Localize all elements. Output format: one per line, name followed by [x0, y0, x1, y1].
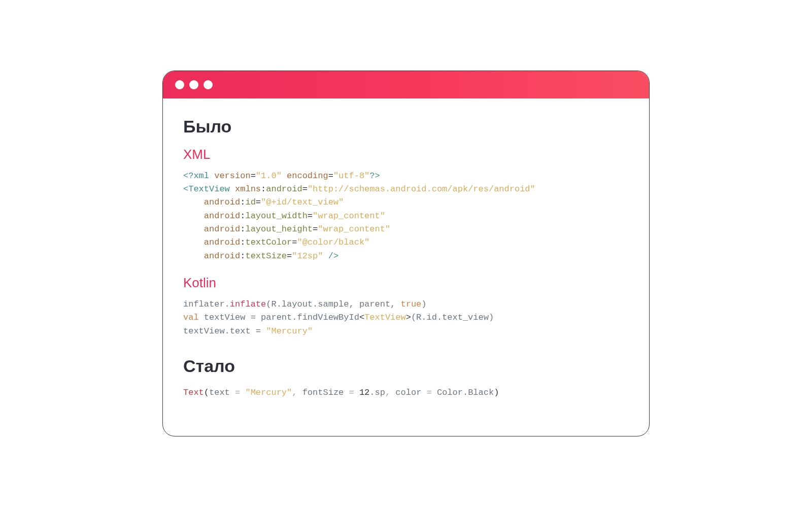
kt-ident: textView = parent.findViewById — [199, 313, 359, 322]
sep — [282, 171, 287, 181]
xml-attr-name: encoding — [287, 171, 328, 181]
eq: = — [251, 171, 256, 181]
xml-ns-suffix: android — [266, 184, 302, 194]
gt: > — [406, 313, 411, 322]
xml-close: /> — [323, 251, 339, 261]
xml-attr-val: "wrap_content" — [318, 224, 390, 234]
indent — [183, 224, 204, 234]
compose-type: Color — [437, 388, 463, 397]
paren: ( — [204, 388, 209, 397]
content: Было XML <?xml version="1.0" encoding="u… — [163, 98, 649, 436]
window-control-dot[interactable] — [175, 80, 184, 89]
kt-ident: inflater. — [183, 299, 230, 309]
xml-attr-name: id — [245, 197, 255, 207]
subheading-kotlin: Kotlin — [183, 275, 629, 291]
kt-keyword: val — [183, 313, 199, 322]
eq: = — [313, 224, 318, 234]
xml-attr-name: layout_height — [245, 224, 313, 234]
eq: = — [421, 388, 437, 397]
colon: : — [240, 224, 245, 234]
window-control-dot[interactable] — [204, 80, 213, 89]
kt-ident: textView.text = — [183, 326, 266, 336]
indent — [183, 197, 204, 207]
xml-attr-val: "1.0" — [256, 171, 282, 181]
xml-decl-close: ?> — [369, 171, 380, 181]
compose-param-name: text — [209, 388, 230, 397]
paren: ) — [494, 388, 499, 397]
xml-attr-val: "@color/black" — [297, 238, 369, 247]
colon: : — [261, 184, 266, 194]
code-kotlin: inflater.inflate(R.layout.sample, parent… — [183, 298, 629, 338]
colon: : — [240, 211, 245, 221]
xml-decl-open: <? — [183, 171, 193, 181]
code-compose: Text(text = "Mercury", fontSize = 12.sp,… — [183, 386, 629, 399]
kt-string: "Mercury" — [266, 326, 313, 336]
compose-fn: Text — [183, 388, 204, 397]
kt-type: TextView — [364, 313, 406, 322]
eq: = — [287, 251, 292, 261]
kt-args: (R.layout.sample, parent, — [266, 299, 400, 309]
compose-param-name: color — [395, 388, 421, 397]
xml-attr-name: textSize — [245, 251, 287, 261]
eq: = — [256, 197, 261, 207]
xml-attr-val: "wrap_content" — [313, 211, 385, 221]
xml-attr-val: "12sp" — [292, 251, 323, 261]
window-control-dot[interactable] — [189, 80, 198, 89]
eq: = — [230, 388, 246, 397]
eq: = — [344, 388, 359, 397]
colon: : — [240, 197, 245, 207]
xml-attr-prefix: android — [204, 238, 240, 247]
xml-attr-val: "utf-8" — [333, 171, 369, 181]
xml-attr-prefix: android — [204, 251, 240, 261]
eq: = — [302, 184, 308, 194]
compose-string: "Mercury" — [245, 388, 292, 397]
eq: = — [328, 171, 333, 181]
compose-param-name: fontSize — [302, 388, 344, 397]
paren: ) — [421, 299, 426, 309]
heading-before: Было — [183, 117, 629, 137]
kt-method: inflate — [230, 299, 266, 309]
colon: : — [240, 238, 245, 247]
compose-accessor: .Black — [463, 388, 494, 397]
xml-lt: < — [183, 184, 188, 194]
sep — [230, 184, 235, 194]
xml-attr-prefix: android — [204, 197, 240, 207]
kt-args: (R.id.text_view) — [411, 313, 494, 322]
comma: , — [385, 388, 395, 397]
comma: , — [292, 388, 302, 397]
xml-attr-name: textColor — [245, 238, 292, 247]
titlebar — [163, 71, 649, 98]
subheading-xml: XML — [183, 147, 629, 162]
kt-keyword: true — [401, 299, 422, 309]
xml-attr-val: "@+id/text_view" — [261, 197, 344, 207]
code-window: Было XML <?xml version="1.0" encoding="u… — [162, 71, 650, 437]
xml-decl-name: xml — [193, 171, 209, 181]
xml-tag-name: TextView — [188, 184, 230, 194]
lt: < — [359, 313, 364, 322]
xml-attr-prefix: android — [204, 211, 240, 221]
xml-attr-name: layout_width — [245, 211, 307, 221]
xml-ns-val: "http://schemas.android.com/apk/res/andr… — [308, 184, 535, 194]
colon: : — [240, 251, 245, 261]
indent — [183, 211, 204, 221]
compose-number: 12 — [359, 388, 369, 397]
indent — [183, 251, 204, 261]
xml-attr-prefix: android — [204, 224, 240, 234]
code-xml: <?xml version="1.0" encoding="utf-8"?> <… — [183, 170, 629, 263]
indent — [183, 238, 204, 247]
compose-unit: .sp — [369, 388, 385, 397]
sep — [209, 171, 214, 181]
eq: = — [308, 211, 313, 221]
xml-ns-prefix: xmlns — [235, 184, 261, 194]
xml-attr-name: version — [214, 171, 250, 181]
heading-after: Стало — [183, 356, 629, 376]
eq: = — [292, 238, 297, 247]
